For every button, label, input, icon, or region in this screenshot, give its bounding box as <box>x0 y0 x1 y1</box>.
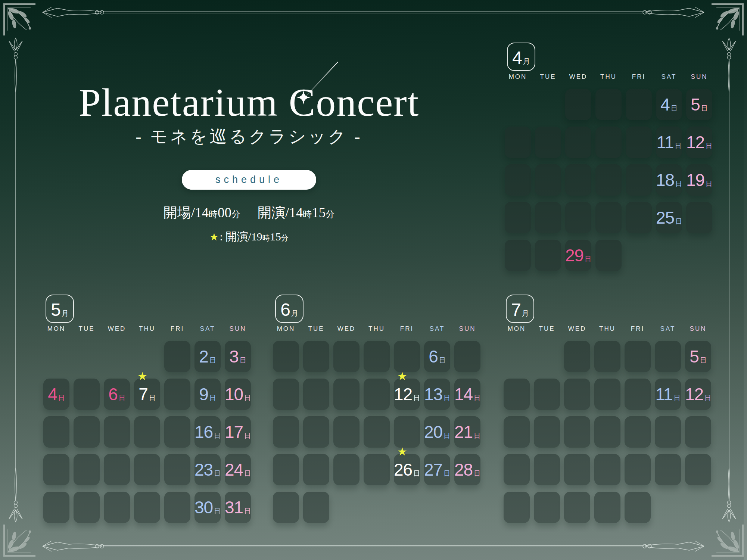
bottom-border-line-icon <box>41 538 706 555</box>
blank-cell <box>564 341 590 372</box>
date-number: 29日 <box>565 245 591 265</box>
minute-unit: 分 <box>231 208 240 220</box>
blank-cell <box>595 202 622 233</box>
month-number: 5 <box>51 299 61 320</box>
date-cell-may-30: 30日 <box>194 492 221 523</box>
month-badge-label: 7月 <box>511 299 529 320</box>
blank-cell <box>686 202 712 233</box>
blank-cell <box>626 164 652 196</box>
blank-cell <box>565 127 591 158</box>
month-badge: 4月 <box>507 43 535 71</box>
show-start-text: 開演/14 <box>258 203 303 222</box>
date-suffix: 日 <box>209 393 216 402</box>
blank-cell <box>505 202 531 233</box>
date-suffix: 日 <box>673 393 680 402</box>
date-suffix: 日 <box>214 469 221 478</box>
date-cell-july-5: 5日 <box>685 341 711 372</box>
date-cell-may-7: ★7日 <box>134 379 160 410</box>
calendar-july: 7月 MONTUEWEDTHUFRISATSUN 5日11日12日 <box>504 295 713 525</box>
blank-cell <box>394 416 420 448</box>
evening-show-star-icon: ★ <box>137 371 147 382</box>
blank-cell <box>364 454 390 485</box>
date-cell-april-4: 4日 <box>656 89 682 120</box>
hour-unit: 時 <box>303 208 312 220</box>
schedule-button[interactable]: schedule <box>182 170 316 190</box>
month-badge-label: 6月 <box>280 299 298 320</box>
blank-cell <box>625 379 651 410</box>
weekday-label-fri: FRI <box>164 325 190 333</box>
weekday-label-sun: SUN <box>225 325 251 333</box>
calendar-grid: 2日3日4日6日★7日9日10日16日17日23日24日30日31日 <box>43 341 251 523</box>
blank-cell <box>43 416 69 448</box>
date-suffix: 日 <box>240 356 246 365</box>
weekday-label-sun: SUN <box>686 73 712 81</box>
show-start-minutes: 15 <box>312 205 326 221</box>
blank-cell <box>104 454 130 485</box>
blank-cell <box>504 454 530 485</box>
legend-text: : 開演/19 <box>220 229 262 245</box>
date-cell-may-9: 9日 <box>194 379 221 410</box>
blank-cell <box>626 89 652 120</box>
blank-cell <box>504 416 530 448</box>
hero-section: Planetarium Concert - モネを巡るクラシック - sched… <box>0 0 498 261</box>
blank-cell <box>394 341 420 372</box>
blank-cell <box>625 416 651 448</box>
weekday-label-mon: MON <box>43 325 69 333</box>
date-number: 30日 <box>194 497 221 517</box>
date-suffix: 日 <box>585 255 591 264</box>
weekday-label-sat: SAT <box>194 325 221 333</box>
date-cell-june-20: 20日 <box>424 416 450 448</box>
blank-cell <box>594 492 620 523</box>
weekday-header-row: MONTUEWEDTHUFRISATSUN <box>43 325 251 333</box>
date-number: 31日 <box>225 497 251 517</box>
blank-cell <box>565 164 591 196</box>
blank-cell <box>164 454 190 485</box>
blank-cell <box>303 379 329 410</box>
month-unit: 月 <box>522 309 529 318</box>
blank-cell <box>565 202 591 233</box>
date-suffix: 日 <box>443 469 450 478</box>
blank-cell <box>655 341 681 372</box>
weekday-label-mon: MON <box>505 73 531 81</box>
right-border-line-icon <box>721 37 737 523</box>
date-cell-april-11: 11日 <box>656 127 682 158</box>
calendar-grid: 4日5日11日12日18日19日25日29日 <box>505 89 712 271</box>
date-cell-june-21: 21日 <box>454 416 480 448</box>
date-cell-may-6: 6日 <box>104 379 130 410</box>
blank-cell <box>303 492 329 523</box>
blank-cell <box>504 492 530 523</box>
evening-show-star-icon: ★ <box>397 446 407 457</box>
date-cell-may-17: 17日 <box>225 416 251 448</box>
month-unit: 月 <box>62 309 69 318</box>
date-cell-june-13: 13日 <box>424 379 450 410</box>
date-suffix: 日 <box>413 469 420 478</box>
blank-cell <box>594 341 620 372</box>
date-suffix: 日 <box>244 469 251 478</box>
date-suffix: 日 <box>443 393 450 402</box>
date-number: 27日 <box>424 460 450 480</box>
blank-cell <box>565 89 591 120</box>
weekday-label-sat: SAT <box>655 325 681 333</box>
date-suffix: 日 <box>675 141 681 150</box>
date-number: 3日 <box>229 346 246 367</box>
date-cell-june-6: 6日 <box>424 341 450 372</box>
corner-flourish-icon <box>2 516 44 558</box>
date-number: 17日 <box>225 422 251 442</box>
date-suffix: 日 <box>706 179 712 188</box>
month-unit: 月 <box>291 309 298 318</box>
blank-cell <box>535 164 561 196</box>
date-cell-may-31: 31日 <box>225 492 251 523</box>
sparkle-icon <box>296 90 311 105</box>
date-suffix: 日 <box>209 356 216 365</box>
blank-cell <box>164 416 190 448</box>
date-number: 6日 <box>429 346 446 367</box>
blank-cell <box>564 416 590 448</box>
date-cell-june-27: 27日 <box>424 454 450 485</box>
weekday-label-thu: THU <box>364 325 390 333</box>
date-suffix: 日 <box>244 507 251 516</box>
blank-cell <box>333 454 360 485</box>
date-suffix: 日 <box>149 393 156 402</box>
date-suffix: 日 <box>675 217 682 226</box>
blank-cell <box>564 379 590 410</box>
date-number: 4日 <box>48 384 65 404</box>
